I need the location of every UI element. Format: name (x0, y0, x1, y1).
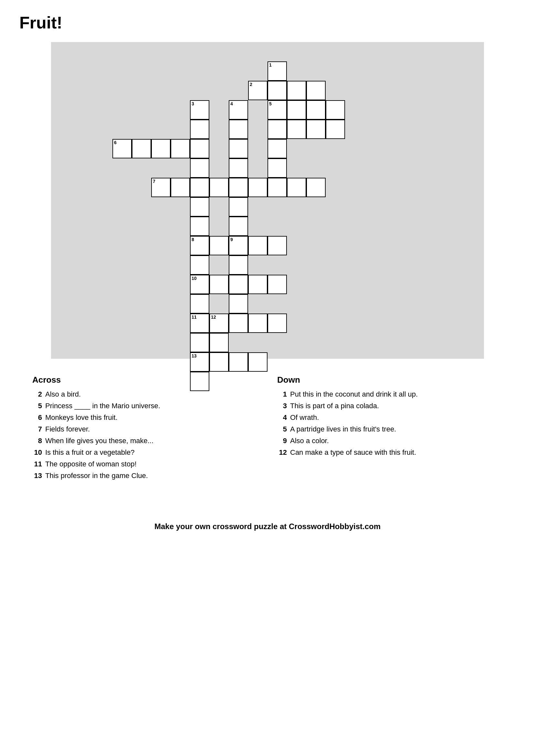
crossword-cell[interactable]: 3 (190, 100, 209, 120)
crossword-cell[interactable] (229, 197, 248, 217)
crossword-cell[interactable] (229, 159, 248, 178)
crossword-cell[interactable]: 4 (229, 100, 248, 120)
crossword-cell[interactable] (209, 352, 229, 372)
footer-text: Make your own crossword puzzle at Crossw… (19, 522, 516, 531)
across-clue-item: 13This professor in the game Clue. (32, 472, 258, 480)
across-title: Across (32, 375, 258, 385)
crossword-cell[interactable] (190, 159, 209, 178)
crossword-cell[interactable] (268, 178, 287, 197)
crossword-cell[interactable] (171, 178, 190, 197)
across-clues: Across 2Also a bird.5Princess ____ in th… (32, 375, 258, 483)
crossword-cell[interactable] (268, 236, 287, 255)
crossword-cell[interactable] (287, 81, 306, 100)
crossword-cell[interactable] (190, 139, 209, 159)
crossword-cell[interactable] (190, 178, 209, 197)
crossword-cell[interactable] (248, 236, 268, 255)
crossword-cell[interactable] (132, 139, 151, 159)
crossword-cell[interactable] (190, 217, 209, 236)
down-clue-item: 3This is part of a pina colada. (277, 402, 503, 410)
across-clue-item: 10Is this a fruit or a vegetable? (32, 448, 258, 457)
crossword-cell[interactable] (268, 275, 287, 294)
down-clue-item: 9Also a color. (277, 437, 503, 445)
crossword-cell[interactable] (190, 372, 209, 391)
across-clue-item: 8When life gives you these, make... (32, 437, 258, 445)
across-clue-item: 2Also a bird. (32, 390, 258, 398)
crossword-cell[interactable] (287, 100, 306, 120)
crossword-cell[interactable] (190, 333, 209, 352)
crossword-grid: 12345678910111213 (51, 42, 484, 359)
crossword-cell[interactable]: 8 (190, 236, 209, 255)
crossword-cell[interactable] (306, 178, 326, 197)
crossword-cell[interactable] (229, 217, 248, 236)
down-clues: Down 1Put this in the coconut and drink … (277, 375, 503, 483)
crossword-cell[interactable] (209, 275, 229, 294)
down-title: Down (277, 375, 503, 385)
crossword-cell[interactable] (229, 294, 248, 313)
down-clue-item: 4Of wrath. (277, 413, 503, 422)
crossword-cell[interactable] (190, 197, 209, 217)
crossword-cell[interactable]: 2 (248, 81, 268, 100)
crossword-cell[interactable]: 10 (190, 275, 209, 294)
page-title: Fruit! (19, 13, 516, 32)
down-clue-item: 5A partridge lives in this fruit's tree. (277, 425, 503, 433)
crossword-cell[interactable]: 9 (229, 236, 248, 255)
crossword-cell[interactable] (248, 313, 268, 333)
crossword-cell[interactable] (190, 294, 209, 313)
crossword-cell[interactable] (229, 120, 248, 139)
crossword-cell[interactable] (229, 352, 248, 372)
crossword-cell[interactable] (306, 120, 326, 139)
crossword-cell[interactable] (306, 81, 326, 100)
crossword-cell[interactable]: 12 (209, 313, 229, 333)
across-clue-item: 7Fields forever. (32, 425, 258, 433)
crossword-cell[interactable] (248, 178, 268, 197)
crossword-cell[interactable] (229, 178, 248, 197)
across-clue-item: 11The opposite of woman stop! (32, 460, 258, 468)
crossword-cell[interactable]: 1 (268, 61, 287, 81)
crossword-cell[interactable] (268, 313, 287, 333)
crossword-cell[interactable] (151, 139, 171, 159)
crossword-cell[interactable] (248, 275, 268, 294)
crossword-cell[interactable]: 6 (112, 139, 132, 159)
crossword-cell[interactable] (287, 178, 306, 197)
crossword-cell[interactable] (326, 120, 345, 139)
crossword-cell[interactable] (209, 236, 229, 255)
crossword-cell[interactable] (268, 159, 287, 178)
crossword-cell[interactable] (326, 100, 345, 120)
crossword-cell[interactable] (229, 275, 248, 294)
crossword-cell[interactable] (268, 81, 287, 100)
crossword-cell[interactable] (190, 120, 209, 139)
crossword-cell[interactable] (287, 120, 306, 139)
crossword-cell[interactable] (229, 255, 248, 275)
crossword-cell[interactable] (248, 352, 268, 372)
across-clue-item: 5Princess ____ in the Mario universe. (32, 402, 258, 410)
down-clue-item: 1Put this in the coconut and drink it al… (277, 390, 503, 398)
crossword-cell[interactable] (190, 255, 209, 275)
crossword-cell[interactable] (229, 139, 248, 159)
crossword-cell[interactable] (268, 120, 287, 139)
crossword-cell[interactable]: 13 (190, 352, 209, 372)
crossword-cell[interactable]: 5 (268, 100, 287, 120)
crossword-cell[interactable] (268, 139, 287, 159)
crossword-cell[interactable]: 11 (190, 313, 209, 333)
down-clue-item: 12Can make a type of sauce with this fru… (277, 448, 503, 457)
crossword-cell[interactable] (306, 100, 326, 120)
crossword-cell[interactable] (171, 139, 190, 159)
crossword-cell[interactable] (229, 313, 248, 333)
crossword-cell[interactable] (209, 178, 229, 197)
crossword-cell[interactable]: 7 (151, 178, 171, 197)
crossword-cell[interactable] (209, 333, 229, 352)
clues-section: Across 2Also a bird.5Princess ____ in th… (32, 375, 503, 483)
across-clue-item: 6Monkeys love this fruit. (32, 413, 258, 422)
